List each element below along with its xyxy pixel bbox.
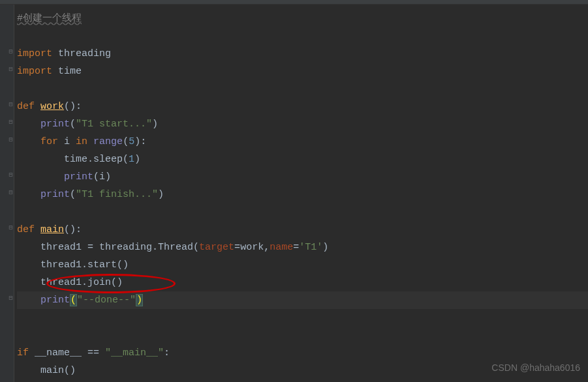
code-line[interactable]: #创建一个线程 bbox=[17, 10, 588, 27]
code-line[interactable] bbox=[17, 309, 588, 327]
ident: main bbox=[40, 365, 64, 376]
code-line[interactable]: for i in range(5): bbox=[17, 133, 588, 151]
keyword: import bbox=[17, 66, 52, 77]
punct: (): bbox=[64, 101, 82, 112]
code-line[interactable]: import threading bbox=[17, 45, 588, 63]
punct: ( bbox=[70, 119, 76, 130]
param: name bbox=[270, 242, 293, 253]
builtin: print bbox=[40, 189, 70, 200]
watermark: CSDN @hahaha6016 bbox=[491, 359, 580, 377]
ident: threading.Thread bbox=[99, 242, 193, 253]
tab-bar bbox=[0, 0, 588, 5]
builtin: print bbox=[40, 119, 70, 130]
keyword: in bbox=[76, 136, 87, 147]
code-line[interactable] bbox=[17, 27, 588, 45]
punct: == bbox=[82, 347, 105, 359]
code-line[interactable] bbox=[17, 80, 588, 98]
punct: ) bbox=[158, 189, 164, 200]
string: "__main__" bbox=[105, 347, 164, 359]
code-line[interactable]: print(i) bbox=[17, 168, 588, 186]
code-line[interactable] bbox=[17, 203, 588, 221]
fold-marker[interactable]: ⊟ bbox=[8, 119, 14, 125]
paren-match: ( bbox=[70, 294, 77, 306]
punct: ( bbox=[123, 136, 129, 147]
punct: = bbox=[293, 242, 299, 253]
punct: ) bbox=[134, 136, 140, 147]
keyword: def bbox=[17, 224, 35, 235]
code-line[interactable]: import time bbox=[17, 63, 588, 80]
punct: ) bbox=[152, 119, 158, 130]
keyword: for bbox=[40, 136, 58, 147]
ident: .start() bbox=[82, 259, 129, 271]
code-line[interactable]: print("T1 start...") bbox=[17, 115, 588, 133]
module-name: time bbox=[58, 66, 82, 77]
code-line[interactable]: def work(): bbox=[17, 98, 588, 115]
punct: () bbox=[64, 365, 76, 376]
punct: ( bbox=[93, 171, 99, 183]
punct: ) bbox=[105, 171, 111, 183]
string: "--done--" bbox=[77, 295, 136, 306]
punct: ( bbox=[70, 189, 76, 200]
code-line[interactable]: thread1.join() bbox=[17, 274, 588, 291]
ident: __name__ bbox=[35, 347, 82, 359]
fold-marker[interactable]: ⊟ bbox=[8, 49, 14, 55]
ident: i bbox=[64, 136, 70, 147]
code-area[interactable]: #创建一个线程 import threading import time def… bbox=[14, 5, 588, 382]
fold-marker[interactable]: ⊟ bbox=[8, 190, 14, 196]
fold-marker[interactable]: ⊟ bbox=[8, 295, 14, 301]
code-line[interactable]: def main(): bbox=[17, 221, 588, 239]
punct: = bbox=[234, 242, 240, 253]
string: 'T1' bbox=[299, 242, 322, 253]
comment-text: #创建一个线程 bbox=[17, 13, 82, 24]
keyword: def bbox=[17, 101, 35, 112]
paren-match: ) bbox=[136, 294, 143, 306]
ident: .join() bbox=[82, 277, 123, 288]
builtin: print bbox=[40, 295, 70, 306]
punct: ) bbox=[322, 242, 328, 253]
param: target bbox=[199, 242, 234, 253]
ident: time.sleep bbox=[64, 154, 123, 165]
punct: ) bbox=[134, 154, 140, 165]
keyword: if bbox=[17, 347, 29, 359]
string: "T1 finish..." bbox=[76, 189, 158, 200]
ident: i bbox=[99, 171, 105, 183]
code-line[interactable]: time.sleep(1) bbox=[17, 151, 588, 168]
code-line[interactable]: print("T1 finish...") bbox=[17, 186, 588, 203]
code-line[interactable]: thread1 = threading.Thread(target=work,n… bbox=[17, 239, 588, 256]
punct: (): bbox=[64, 224, 82, 235]
fold-marker[interactable]: ⊟ bbox=[8, 172, 14, 178]
punct: ( bbox=[193, 242, 199, 253]
punct: ( bbox=[123, 154, 129, 165]
gutter: ⊟ ⊟ ⊟ ⊟ ⊟ ⊟ ⊟ ⊟ ⊟ bbox=[0, 5, 14, 382]
builtin: print bbox=[64, 171, 93, 183]
code-line[interactable]: thread1.start() bbox=[17, 256, 588, 274]
ident: thread1 bbox=[40, 242, 82, 253]
number: 1 bbox=[129, 154, 134, 165]
keyword: import bbox=[17, 48, 52, 59]
code-line-current[interactable]: print("--done--") bbox=[17, 291, 588, 309]
ident: thread1 bbox=[40, 277, 82, 288]
punct: : bbox=[140, 136, 146, 147]
editor-container: ⊟ ⊟ ⊟ ⊟ ⊟ ⊟ ⊟ ⊟ ⊟ #创建一个线程 import threadi… bbox=[0, 5, 588, 382]
punct: , bbox=[264, 242, 270, 253]
ident: work bbox=[240, 242, 264, 253]
func-name: main bbox=[40, 224, 64, 235]
punct: : bbox=[164, 347, 170, 359]
ident: thread1 bbox=[40, 259, 82, 271]
code-line[interactable] bbox=[17, 327, 588, 344]
fold-marker[interactable]: ⊟ bbox=[8, 137, 14, 143]
punct: = bbox=[82, 242, 99, 253]
func-name: work bbox=[40, 101, 64, 112]
fold-marker[interactable]: ⊟ bbox=[8, 225, 14, 231]
builtin: range bbox=[93, 136, 123, 147]
fold-marker[interactable]: ⊟ bbox=[8, 66, 14, 72]
number: 5 bbox=[129, 136, 134, 147]
module-name: threading bbox=[58, 48, 111, 59]
string: "T1 start..." bbox=[76, 119, 152, 130]
fold-marker[interactable]: ⊟ bbox=[8, 102, 14, 108]
